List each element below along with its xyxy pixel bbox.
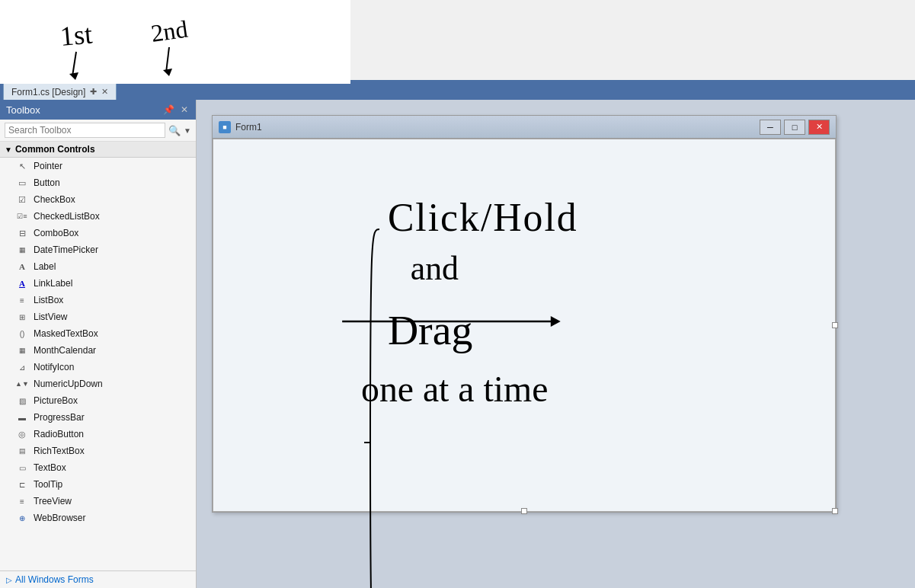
webbrowser-icon: ⊕ [15,512,29,524]
search-button[interactable]: 🔍 [165,123,184,138]
tab-add-icon[interactable]: ✚ [90,87,97,97]
linklabel-icon: A [15,277,29,289]
toolbox-item-textbox[interactable]: ▭ TextBox [0,459,196,476]
treeview-icon: ≡ [15,495,29,507]
toolbox-item-progressbar[interactable]: ▬ ProgressBar [0,409,196,426]
svg-text:Click/Hold: Click/Hold [388,196,578,239]
richtextbox-icon: ▤ [15,445,29,457]
toolbox-item-radiobutton[interactable]: ◎ RadioButton [0,426,196,443]
section-label: Common Controls [15,144,95,155]
toolbox-item-label[interactable]: A Label [0,258,196,275]
item-label-richtextbox: RichTextBox [34,446,85,456]
item-label-datetimepicker: DateTimePicker [34,244,98,255]
form1-titlebar: ■ Form1 ─ □ ✕ [213,116,836,139]
item-label-picturebox: PictureBox [34,395,78,406]
maskedtextbox-icon: () [15,328,29,340]
svg-marker-11 [551,316,561,327]
item-label-progressbar: ProgressBar [34,412,85,423]
pin-icon[interactable]: 📌 [162,104,176,115]
tab-form1-design[interactable]: Form1.cs [Design] ✚ ✕ [3,83,117,100]
toolbox-list: ▼ Common Controls ↖ Pointer ▭ Button ☑ C… [0,142,196,570]
toolbox-item-linklabel[interactable]: A LinkLabel [0,275,196,292]
checkbox-icon: ☑ [15,193,29,206]
svg-marker-5 [163,69,172,76]
combobox-icon: ⊟ [15,227,29,239]
numericupdown-icon: ▲▼ [15,378,29,390]
item-label-textbox: TextBox [34,462,66,473]
item-label-checkedlistbox: CheckedListBox [34,211,100,222]
resize-handle-bottom-middle[interactable] [521,508,527,514]
svg-line-2 [72,52,76,76]
progressbar-icon: ▬ [15,411,29,423]
listview-icon: ⊞ [15,311,29,323]
toolbox-item-checkbox[interactable]: ☑ CheckBox [0,191,196,208]
item-label-pointer: Pointer [34,161,62,171]
checkedlistbox-icon: ☑≡ [15,210,29,222]
item-label-listbox: ListBox [34,295,63,305]
item-label-monthcalendar: MonthCalendar [34,345,96,356]
form1-window-controls: ─ □ ✕ [760,120,830,135]
toolbox-header-icons: 📌 ✕ [162,104,190,115]
toolbox-item-pointer[interactable]: ↖ Pointer [0,158,196,174]
svg-text:and: and [411,250,459,286]
toolbox-item-listview[interactable]: ⊞ ListView [0,308,196,325]
ide-container: Form1.cs [Design] ✚ ✕ Toolbox 📌 ✕ 🔍 ▼ [0,80,915,588]
form1-maximize-btn[interactable]: □ [784,120,805,135]
form1-window: ■ Form1 ─ □ ✕ [212,115,837,513]
toolbox-item-monthcalendar[interactable]: ▦ MonthCalendar [0,342,196,359]
toolbox-item-datetimepicker[interactable]: ▦ DateTimePicker [0,241,196,258]
item-label-notifyicon: NotifyIcon [34,362,74,372]
svg-text:2nd: 2nd [149,15,190,47]
form1-close-btn[interactable]: ✕ [808,120,830,135]
toolbox-footer[interactable]: ▷ All Windows Forms [0,570,196,588]
search-dropdown-icon[interactable]: ▼ [184,126,191,135]
form1-title-left: ■ Form1 [219,121,262,133]
item-label-treeview: TreeView [34,496,72,507]
toolbox-item-button[interactable]: ▭ Button [0,174,196,191]
toolbox-item-listbox[interactable]: ≡ ListBox [0,292,196,308]
close-toolbox-icon[interactable]: ✕ [179,104,190,115]
form1-minimize-btn[interactable]: ─ [760,120,781,135]
item-label-numericupdown: NumericUpDown [34,379,103,389]
footer-arrow-icon: ▷ [6,576,12,584]
toolbox-item-picturebox[interactable]: ▨ PictureBox [0,392,196,409]
item-label-radiobutton: RadioButton [34,429,84,439]
toolbox-item-webbrowser[interactable]: ⊕ WebBrowser [0,510,196,526]
monthcalendar-icon: ▦ [15,344,29,356]
item-label-checkbox: CheckBox [34,194,75,205]
form1-app-icon: ■ [219,121,231,133]
toolbox-panel: Toolbox 📌 ✕ 🔍 ▼ ▼ Common Controls [0,100,197,588]
toolbox-item-richtextbox[interactable]: ▤ RichTextBox [0,443,196,459]
toolbox-item-maskedtextbox[interactable]: () MaskedTextBox [0,325,196,342]
svg-text:1st: 1st [59,18,93,52]
toolbox-title: Toolbox [6,104,40,116]
annotation-area: 1st 2nd [0,0,350,84]
resize-handle-bottom-right[interactable] [832,508,838,514]
toolbox-item-tooltip[interactable]: ⊏ ToolTip [0,476,196,493]
item-label-listview: ListView [34,312,67,322]
section-common-controls[interactable]: ▼ Common Controls [0,142,196,158]
item-label-button: Button [34,177,60,188]
toolbox-item-treeview[interactable]: ≡ TreeView [0,493,196,510]
toolbox-item-checkedlistbox[interactable]: ☑≡ CheckedListBox [0,208,196,225]
resize-handle-right-middle[interactable] [832,322,838,328]
label-icon: A [15,260,29,273]
design-area: ■ Form1 ─ □ ✕ [197,100,915,588]
textbox-icon: ▭ [15,462,29,474]
form1-body[interactable]: Click/Hold and Drag one at a time [213,139,836,512]
section-arrow-icon: ▼ [5,145,12,154]
search-input[interactable] [5,123,165,138]
toolbox-item-notifyicon[interactable]: ⊿ NotifyIcon [0,359,196,375]
tab-close-icon[interactable]: ✕ [101,87,108,97]
main-content: Toolbox 📌 ✕ 🔍 ▼ ▼ Common Controls [0,100,915,588]
tab-label: Form1.cs [Design] [11,87,85,97]
toolbox-item-combobox[interactable]: ⊟ ComboBox [0,225,196,241]
item-label-webbrowser: WebBrowser [34,513,85,523]
toolbox-item-numericupdown[interactable]: ▲▼ NumericUpDown [0,375,196,392]
toolbox-search-bar: 🔍 ▼ [0,120,196,142]
picturebox-icon: ▨ [15,395,29,407]
item-label-maskedtextbox: MaskedTextBox [34,328,98,339]
pointer-icon: ↖ [15,160,29,172]
listbox-icon: ≡ [15,294,29,306]
item-label-linklabel: LinkLabel [34,278,72,289]
